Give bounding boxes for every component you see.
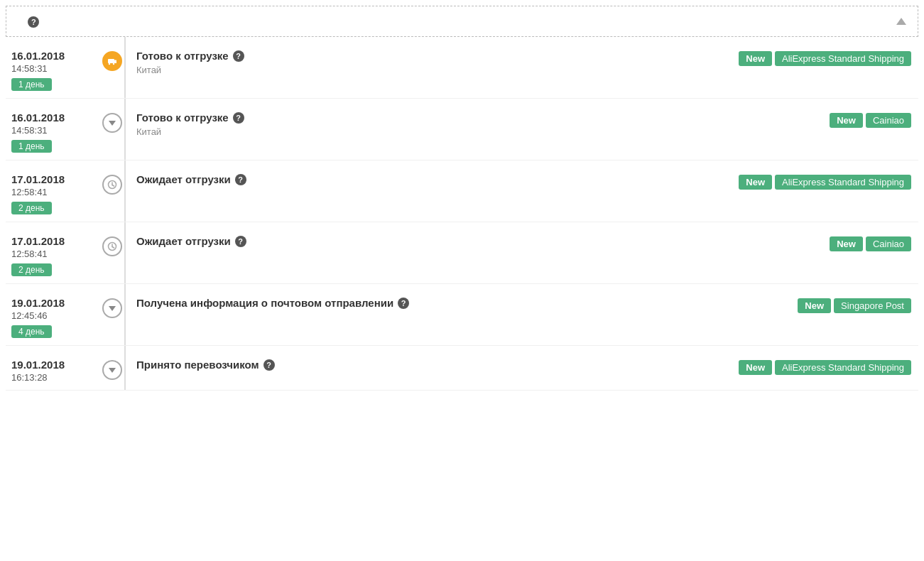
timeline-icon [102,113,122,133]
event-title-text: Готово к отгрузке [136,111,229,124]
date-column: 17.01.201812:58:412 день [6,235,98,276]
new-badge: New [830,236,863,251]
event-title-text: Готово к отгрузке [136,50,229,62]
timeline-icon [102,298,122,318]
event-date: 16.01.2018 [11,50,65,62]
content-column: Ожидает отгрузки? [126,173,739,185]
day-badge: 2 день [11,202,52,214]
icon-column [98,111,126,133]
timeline-icon [102,51,122,71]
svg-line-6 [112,185,114,187]
timeline-icon [102,360,122,380]
svg-point-3 [113,63,114,65]
event-time: 16:13:28 [11,372,48,383]
event-help-icon[interactable]: ? [233,50,244,62]
new-badge: New [798,298,831,313]
event-time: 12:58:41 [11,249,48,259]
timeline-row: 19.01.201812:45:464 деньПолучена информа… [6,284,918,346]
event-title-text: Ожидает отгрузки [136,173,231,185]
event-time: 14:58:31 [11,125,48,136]
event-title: Готово к отгрузке? [136,50,739,62]
new-badge: New [739,51,772,66]
event-help-icon[interactable]: ? [233,112,244,124]
event-title-text: Получена информация о почтовом отправлен… [136,297,393,309]
svg-rect-1 [114,60,116,64]
date-column: 16.01.201814:58:311 день [6,50,98,91]
date-column: 16.01.201814:58:311 день [6,111,98,153]
badges-column: NewSingapore Post [798,297,918,313]
event-time: 12:58:41 [11,187,48,197]
carrier-badge: Cainiao [866,236,911,251]
event-date: 17.01.2018 [11,235,65,247]
day-badge: 1 день [11,140,52,153]
svg-line-9 [112,247,114,249]
event-location: Китай [136,65,739,75]
badges-column: NewAliExpress Standard Shipping [739,173,918,190]
event-title-text: Принято перевозчиком [136,359,259,371]
new-badge: New [739,175,772,190]
badges-column: NewAliExpress Standard Shipping [739,359,918,375]
content-column: Готово к отгрузке?Китай [126,111,830,137]
timeline-container: 16.01.201814:58:311 день Готово к отгруз… [6,37,918,391]
badges-column: NewCainiao [830,111,918,128]
badges-column: NewCainiao [830,235,918,251]
new-badge: New [830,113,863,128]
timeline-row: 17.01.201812:58:412 день Ожидает отгрузк… [6,222,918,284]
content-column: Принято перевозчиком? [126,359,739,371]
event-title: Принято перевозчиком? [136,359,739,371]
event-date: 19.01.2018 [11,359,65,371]
content-column: Получена информация о почтовом отправлен… [126,297,798,309]
day-badge: 1 день [11,78,52,91]
event-title: Готово к отгрузке? [136,111,830,124]
carrier-badge: AliExpress Standard Shipping [775,51,911,66]
svg-rect-0 [108,59,114,63]
event-location: Китай [136,126,830,137]
content-column: Ожидает отгрузки? [126,235,830,247]
event-help-icon[interactable]: ? [263,359,275,371]
timeline-row: 19.01.201816:13:28Принято перевозчиком?N… [6,346,918,391]
event-title: Ожидает отгрузки? [136,235,830,247]
carrier-badge: AliExpress Standard Shipping [775,360,911,375]
day-badge: 2 день [11,263,52,276]
event-help-icon[interactable]: ? [398,298,409,309]
event-time: 14:58:31 [11,63,48,74]
badges-column: NewAliExpress Standard Shipping [739,50,918,66]
timeline-row: 16.01.201814:58:311 деньГотово к отгрузк… [6,99,918,160]
event-title-text: Ожидает отгрузки [136,235,231,247]
date-column: 17.01.201812:58:412 день [6,173,98,214]
event-help-icon[interactable]: ? [235,236,246,247]
new-badge: New [739,360,772,375]
content-column: Готово к отгрузке?Китай [126,50,739,75]
carrier-badge: Singapore Post [834,298,911,313]
forecast-text: ? [18,15,39,28]
carrier-badge: Cainiao [866,113,911,128]
timeline-row: 17.01.201812:58:412 день Ожидает отгрузк… [6,160,918,222]
icon-column [98,297,126,318]
event-date: 16.01.2018 [11,111,65,124]
icon-column [98,359,126,380]
event-title: Ожидает отгрузки? [136,173,739,185]
forecast-help-icon[interactable]: ? [28,16,39,28]
event-help-icon[interactable]: ? [235,174,246,185]
timeline-row: 16.01.201814:58:311 день Готово к отгруз… [6,37,918,99]
date-column: 19.01.201812:45:464 день [6,297,98,338]
icon-column [98,173,126,195]
collapse-icon[interactable] [896,18,906,25]
icon-column [98,235,126,256]
day-badge: 4 день [11,325,52,338]
timeline-icon [102,236,122,256]
event-date: 17.01.2018 [11,173,65,185]
event-date: 19.01.2018 [11,297,65,309]
svg-point-2 [109,63,110,65]
icon-column [98,50,126,71]
carrier-badge: AliExpress Standard Shipping [775,175,911,190]
header-bar: ? [6,6,918,37]
event-title: Получена информация о почтовом отправлен… [136,297,798,309]
timeline-icon [102,175,122,195]
event-time: 12:45:46 [11,310,48,321]
date-column: 19.01.201816:13:28 [6,359,98,383]
